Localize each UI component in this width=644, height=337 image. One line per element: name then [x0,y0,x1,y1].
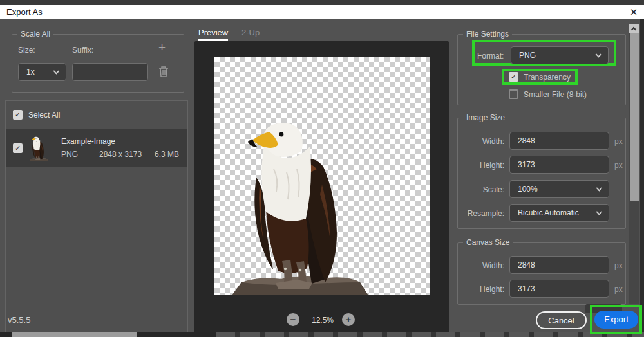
right-panel-scrollbar[interactable] [629,24,639,304]
export-items-list: ✓ Select All ✓ Example-Image PNG 2848 x … [5,100,188,337]
transparency-checkbox[interactable]: ✓ [509,72,518,82]
preview-area: − 12.5% + [194,41,449,337]
canvas-width-unit: px [614,261,623,270]
select-all-label: Select All [28,111,60,120]
image-height-label: Height: [459,161,504,170]
chevron-down-icon [53,68,60,75]
background-segment [216,332,644,337]
background-segment [12,332,137,337]
canvas-width-wrap [509,256,609,274]
resample-label: Resample: [453,209,504,218]
suffix-input-wrap [72,63,148,81]
smaller-file-checkbox[interactable] [509,89,518,99]
chevron-down-icon [596,51,602,58]
background-right-strip [640,19,644,332]
item-checkbox[interactable]: ✓ [13,143,23,153]
trash-icon[interactable] [158,66,169,77]
size-label: Size: [18,46,35,55]
smaller-file-label: Smaller File (8-bit) [524,90,587,99]
export-as-dialog: Export As ✕ Scale All Size: Suffix: + 1x… [0,0,644,337]
image-width-wrap [509,132,609,150]
scale-dropdown[interactable]: 100% [509,180,609,198]
item-format: PNG [61,150,78,159]
item-dimensions: 2848 x 3173 [99,150,142,159]
image-width-unit: px [614,137,623,146]
scroll-up-icon[interactable] [629,24,639,33]
zoom-in-button[interactable]: + [342,313,355,326]
resample-dropdown[interactable]: Bicubic Automatic [509,204,609,222]
format-value: PNG [519,51,536,60]
canvas-size-legend: Canvas Size [463,238,513,247]
tab-preview-underline [198,39,228,41]
preview-image-eagle [214,57,430,295]
resample-value: Bicubic Automatic [518,208,579,217]
version-label: v5.5.5 [8,315,30,325]
canvas-height-unit: px [614,285,623,294]
format-dropdown[interactable]: PNG [511,46,609,64]
scale-value: 100% [518,185,538,194]
list-item[interactable]: ✓ Example-Image PNG 2848 x 3173 6.3 MB [6,129,187,167]
select-all-checkbox[interactable]: ✓ [13,110,23,120]
close-icon[interactable]: ✕ [626,5,641,19]
chevron-down-icon [596,209,603,215]
zoom-out-button[interactable]: − [287,313,299,326]
scale-label: Scale: [459,185,504,194]
background-bottom-strip [0,332,644,337]
tab-2up[interactable]: 2-Up [242,28,260,37]
image-width-input[interactable] [510,132,609,149]
image-height-wrap [509,156,609,174]
canvas-height-label: Height: [459,285,504,294]
dialog-body: Scale All Size: Suffix: + 1x ✓ Select Al… [0,19,644,332]
image-width-label: Width: [459,137,504,146]
canvas-width-input[interactable] [510,257,609,273]
suffix-input[interactable] [73,64,147,80]
image-height-unit: px [614,161,623,170]
chevron-down-icon [596,185,603,192]
transparency-label: Transparency [524,73,571,82]
scale-all-legend: Scale All [17,30,53,39]
file-settings-legend: File Settings [463,30,512,39]
image-height-input[interactable] [510,156,609,173]
image-size-legend: Image Size [463,113,508,122]
suffix-label: Suffix: [72,46,93,55]
dialog-title: Export As [6,5,43,19]
item-name: Example-Image [61,137,115,146]
transparent-canvas [214,57,430,295]
dialog-titlebar: Export As ✕ [0,5,644,19]
tab-preview[interactable]: Preview [198,28,228,37]
size-value: 1x [26,68,35,77]
zoom-level: 12.5% [312,316,334,325]
export-button[interactable]: Export [594,311,638,329]
cancel-button[interactable]: Cancel [536,311,587,329]
item-thumbnail-eagle [30,134,48,163]
add-scale-icon[interactable]: + [158,41,166,55]
scrollbar-thumb[interactable] [630,33,639,201]
select-all-row[interactable]: ✓ Select All [6,101,187,129]
scale-all-group: Scale All [12,30,184,93]
canvas-height-wrap [509,280,609,298]
canvas-height-input[interactable] [510,280,609,297]
canvas-width-label: Width: [459,261,504,270]
background-app-strip [0,0,644,5]
item-filesize: 6.3 MB [155,150,179,159]
size-dropdown[interactable]: 1x [18,63,66,81]
